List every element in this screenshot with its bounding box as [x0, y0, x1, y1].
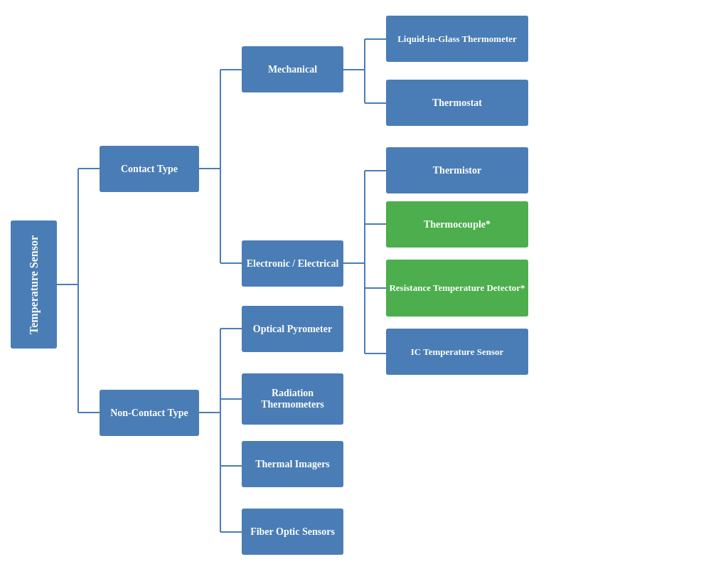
optical-node: Optical Pyrometer	[242, 306, 343, 352]
fiber-node: Fiber Optic Sensors	[242, 509, 343, 555]
ic-node: IC Temperature Sensor	[386, 329, 528, 375]
contact-type-node: Contact Type	[100, 146, 199, 192]
thermocouple-node: Thermocouple*	[386, 201, 528, 248]
diagram: Temperature Sensor Contact Type Non-Cont…	[0, 0, 728, 569]
connector-lines	[0, 0, 728, 569]
mechanical-node: Mechanical	[242, 46, 343, 92]
root-node: Temperature Sensor	[11, 220, 57, 349]
rtd-node: Resistance Temperature Detector*	[386, 260, 528, 317]
liquid-node: Liquid-in-Glass Thermometer	[386, 16, 528, 62]
radiation-node: Radiation Thermometers	[242, 373, 343, 425]
electronic-node: Electronic / Electrical	[242, 240, 343, 287]
thermostat-node: Thermostat	[386, 80, 528, 126]
noncontact-type-node: Non-Contact Type	[100, 390, 199, 436]
thermistor-node: Thermistor	[386, 147, 528, 193]
thermal-node: Thermal Imagers	[242, 441, 343, 487]
